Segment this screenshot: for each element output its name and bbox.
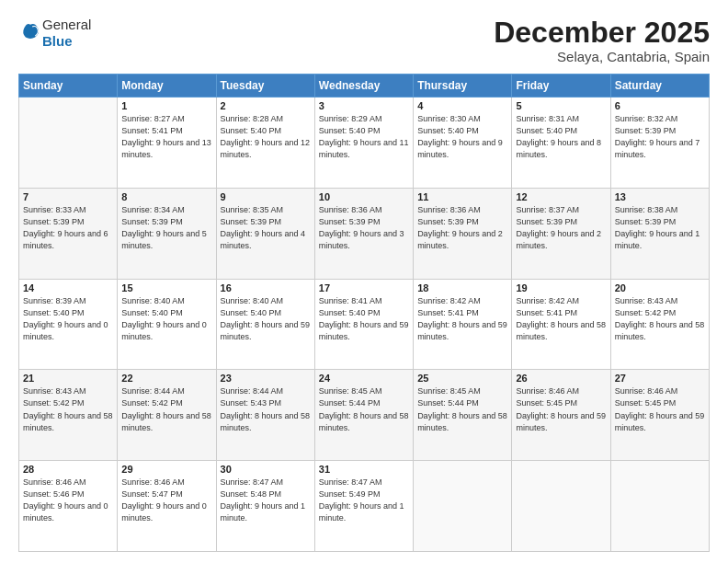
logo: General Blue [18,17,91,50]
day-info: Sunrise: 8:44 AMSunset: 5:42 PMDaylight:… [121,385,211,433]
calendar-cell: 24Sunrise: 8:45 AMSunset: 5:44 PMDayligh… [314,370,413,461]
calendar-week-row: 14Sunrise: 8:39 AMSunset: 5:40 PMDayligh… [19,279,710,370]
month-title: December 2025 [494,17,710,49]
day-info: Sunrise: 8:39 AMSunset: 5:40 PMDaylight:… [23,295,113,343]
calendar-week-row: 21Sunrise: 8:43 AMSunset: 5:42 PMDayligh… [19,370,710,461]
day-number: 27 [615,373,705,384]
day-info: Sunrise: 8:36 AMSunset: 5:39 PMDaylight:… [319,204,409,252]
calendar-cell: 2Sunrise: 8:28 AMSunset: 5:40 PMDaylight… [216,98,314,189]
calendar-cell: 1Sunrise: 8:27 AMSunset: 5:41 PMDaylight… [118,98,216,189]
header: General Blue December 2025 Selaya, Canta… [18,17,710,64]
day-info: Sunrise: 8:36 AMSunset: 5:39 PMDaylight:… [417,204,507,252]
day-number: 1 [121,100,211,111]
day-number: 31 [319,464,409,475]
calendar-header-row: SundayMondayTuesdayWednesdayThursdayFrid… [19,75,710,98]
day-info: Sunrise: 8:47 AMSunset: 5:49 PMDaylight:… [319,477,409,524]
calendar-cell [414,461,512,552]
day-info: Sunrise: 8:43 AMSunset: 5:42 PMDaylight:… [23,385,113,433]
day-number: 2 [221,100,311,111]
calendar-cell: 12Sunrise: 8:37 AMSunset: 5:39 PMDayligh… [512,188,610,279]
day-number: 18 [417,282,507,293]
calendar-cell: 17Sunrise: 8:41 AMSunset: 5:40 PMDayligh… [314,279,413,370]
day-number: 20 [615,282,705,293]
day-number: 14 [23,282,113,293]
calendar-cell: 11Sunrise: 8:36 AMSunset: 5:39 PMDayligh… [414,188,512,279]
day-info: Sunrise: 8:43 AMSunset: 5:42 PMDaylight:… [615,295,705,343]
day-number: 30 [221,464,311,475]
day-info: Sunrise: 8:44 AMSunset: 5:43 PMDaylight:… [221,385,311,433]
logo-icon [20,21,40,41]
day-number: 28 [23,464,113,475]
calendar-cell: 19Sunrise: 8:42 AMSunset: 5:41 PMDayligh… [512,279,610,370]
calendar-cell: 16Sunrise: 8:40 AMSunset: 5:40 PMDayligh… [216,279,314,370]
day-number: 19 [516,282,606,293]
day-number: 17 [319,282,409,293]
day-number: 16 [221,282,311,293]
day-info: Sunrise: 8:46 AMSunset: 5:45 PMDaylight:… [516,385,606,433]
day-info: Sunrise: 8:45 AMSunset: 5:44 PMDaylight:… [417,385,507,433]
calendar-cell: 9Sunrise: 8:35 AMSunset: 5:39 PMDaylight… [216,188,314,279]
calendar-header-saturday: Saturday [610,75,709,98]
day-info: Sunrise: 8:27 AMSunset: 5:41 PMDaylight:… [121,113,211,161]
day-info: Sunrise: 8:33 AMSunset: 5:39 PMDaylight:… [23,204,113,252]
calendar-cell: 30Sunrise: 8:47 AMSunset: 5:48 PMDayligh… [216,461,314,552]
day-info: Sunrise: 8:38 AMSunset: 5:39 PMDaylight:… [615,204,705,252]
calendar-week-row: 28Sunrise: 8:46 AMSunset: 5:46 PMDayligh… [19,461,710,552]
day-info: Sunrise: 8:41 AMSunset: 5:40 PMDaylight:… [319,295,409,343]
day-number: 22 [121,373,211,384]
day-info: Sunrise: 8:46 AMSunset: 5:47 PMDaylight:… [121,477,211,524]
calendar-week-row: 1Sunrise: 8:27 AMSunset: 5:41 PMDaylight… [19,98,710,189]
calendar-week-row: 7Sunrise: 8:33 AMSunset: 5:39 PMDaylight… [19,188,710,279]
calendar-cell: 20Sunrise: 8:43 AMSunset: 5:42 PMDayligh… [610,279,709,370]
calendar-cell: 7Sunrise: 8:33 AMSunset: 5:39 PMDaylight… [19,188,118,279]
day-info: Sunrise: 8:40 AMSunset: 5:40 PMDaylight:… [121,295,211,343]
day-number: 23 [221,373,311,384]
logo-general: General [42,17,91,33]
calendar-cell [19,98,118,189]
calendar-cell: 28Sunrise: 8:46 AMSunset: 5:46 PMDayligh… [19,461,118,552]
calendar-cell [512,461,610,552]
calendar-cell: 14Sunrise: 8:39 AMSunset: 5:40 PMDayligh… [19,279,118,370]
day-info: Sunrise: 8:42 AMSunset: 5:41 PMDaylight:… [516,295,606,343]
page: General Blue December 2025 Selaya, Canta… [0,0,728,563]
day-number: 9 [221,191,311,202]
calendar-cell: 15Sunrise: 8:40 AMSunset: 5:40 PMDayligh… [118,279,216,370]
calendar-cell [610,461,709,552]
day-info: Sunrise: 8:31 AMSunset: 5:40 PMDaylight:… [516,113,606,161]
day-number: 10 [319,191,409,202]
calendar-header-friday: Friday [512,75,610,98]
logo-text: General Blue [42,17,91,50]
calendar-header-wednesday: Wednesday [314,75,413,98]
calendar-cell: 8Sunrise: 8:34 AMSunset: 5:39 PMDaylight… [118,188,216,279]
day-number: 25 [417,373,507,384]
day-number: 12 [516,191,606,202]
calendar-cell: 6Sunrise: 8:32 AMSunset: 5:39 PMDaylight… [610,98,709,189]
day-info: Sunrise: 8:34 AMSunset: 5:39 PMDaylight:… [121,204,211,252]
day-number: 3 [319,100,409,111]
day-number: 24 [319,373,409,384]
day-info: Sunrise: 8:35 AMSunset: 5:39 PMDaylight:… [221,204,311,252]
day-number: 5 [516,100,606,111]
calendar-header-tuesday: Tuesday [216,75,314,98]
day-number: 7 [23,191,113,202]
day-info: Sunrise: 8:46 AMSunset: 5:45 PMDaylight:… [615,385,705,433]
day-number: 8 [121,191,211,202]
calendar-cell: 3Sunrise: 8:29 AMSunset: 5:40 PMDaylight… [314,98,413,189]
calendar-cell: 25Sunrise: 8:45 AMSunset: 5:44 PMDayligh… [414,370,512,461]
day-info: Sunrise: 8:47 AMSunset: 5:48 PMDaylight:… [221,477,311,524]
day-info: Sunrise: 8:30 AMSunset: 5:40 PMDaylight:… [417,113,507,161]
day-info: Sunrise: 8:32 AMSunset: 5:39 PMDaylight:… [615,113,705,161]
calendar-cell: 29Sunrise: 8:46 AMSunset: 5:47 PMDayligh… [118,461,216,552]
logo-blue: Blue [42,33,91,50]
calendar-cell: 31Sunrise: 8:47 AMSunset: 5:49 PMDayligh… [314,461,413,552]
day-info: Sunrise: 8:46 AMSunset: 5:46 PMDaylight:… [23,477,113,524]
calendar-cell: 18Sunrise: 8:42 AMSunset: 5:41 PMDayligh… [414,279,512,370]
calendar-cell: 27Sunrise: 8:46 AMSunset: 5:45 PMDayligh… [610,370,709,461]
calendar-header-monday: Monday [118,75,216,98]
calendar-cell: 13Sunrise: 8:38 AMSunset: 5:39 PMDayligh… [610,188,709,279]
day-number: 4 [417,100,507,111]
location-title: Selaya, Cantabria, Spain [494,49,710,64]
day-number: 29 [121,464,211,475]
day-info: Sunrise: 8:40 AMSunset: 5:40 PMDaylight:… [221,295,311,343]
day-number: 6 [615,100,705,111]
